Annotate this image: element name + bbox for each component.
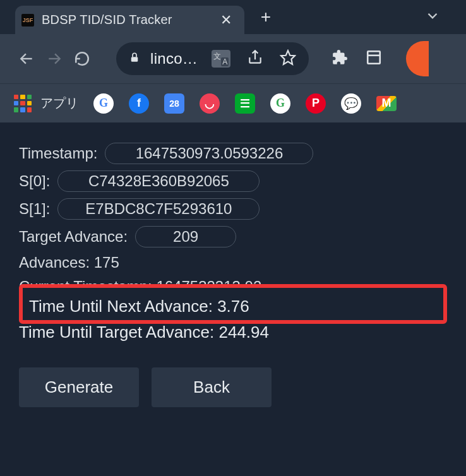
chevron-down-icon[interactable] <box>424 8 441 27</box>
bookmark-gmail-icon[interactable] <box>376 96 397 111</box>
browser-tab[interactable]: JSF BDSP TID/SID Tracker ✕ <box>15 6 244 34</box>
translate-icon[interactable] <box>212 50 230 68</box>
profile-avatar[interactable] <box>406 41 429 76</box>
tab-favicon: JSF <box>21 14 34 27</box>
svg-rect-2 <box>131 57 138 62</box>
highlight-annotation: Time Until Next Advance: 3.76 <box>19 284 447 324</box>
forward-button[interactable] <box>45 50 63 68</box>
s0-label: S[0]: <box>19 172 50 190</box>
bookmark-facebook-icon[interactable]: f <box>129 93 149 114</box>
lock-icon <box>129 51 140 66</box>
extensions-icon[interactable] <box>332 49 348 68</box>
bookmark-google-icon[interactable]: G <box>93 93 114 114</box>
bookmark-google2-icon[interactable]: G <box>270 93 290 114</box>
s0-input[interactable]: C74328E360B92065 <box>57 170 260 192</box>
timestamp-label: Timestamp: <box>19 145 97 162</box>
timestamp-row: Timestamp: 1647530973.0593226 <box>19 143 447 164</box>
target-advance-row: Target Advance: 209 <box>19 226 447 247</box>
advances-readout: Advances: 175 <box>19 254 447 271</box>
url-text: linco… <box>150 50 198 68</box>
tab-bar: JSF BDSP TID/SID Tracker ✕ + <box>0 0 466 34</box>
bookmark-chat-icon[interactable]: 💬 <box>341 93 361 114</box>
tab-title: BDSP TID/SID Tracker <box>42 13 172 27</box>
button-row: Generate Back <box>19 367 447 407</box>
s0-row: S[0]: C74328E360B92065 <box>19 170 447 192</box>
time-until-next-readout: Time Until Next Advance: 3.76 <box>29 297 437 316</box>
star-icon[interactable] <box>280 49 296 68</box>
apps-label[interactable]: アプリ <box>40 95 78 112</box>
s1-label: S[1]: <box>19 200 50 218</box>
reload-button[interactable] <box>73 50 91 68</box>
bookmark-evernote-icon[interactable]: ☰ <box>235 93 255 114</box>
tab-overview-icon[interactable] <box>366 49 382 68</box>
s1-row: S[1]: E7BDC8C7F5293610 <box>19 198 447 220</box>
time-until-target-readout: Time Until Target Advance: 244.94 <box>19 323 447 342</box>
bookmark-bar: アプリ G f 28 ◡ ☰ G P 💬 <box>0 83 466 122</box>
bookmark-pinterest-icon[interactable]: P <box>306 93 326 114</box>
target-advance-input[interactable]: 209 <box>135 226 236 247</box>
page-content: Timestamp: 1647530973.0593226 S[0]: C743… <box>0 122 466 427</box>
svg-marker-4 <box>281 51 295 64</box>
share-icon[interactable] <box>247 49 263 68</box>
close-icon[interactable]: ✕ <box>218 13 234 27</box>
target-advance-label: Target Advance: <box>19 228 128 246</box>
generate-button[interactable]: Generate <box>19 367 139 407</box>
address-bar[interactable]: linco… <box>116 42 309 75</box>
timestamp-input[interactable]: 1647530973.0593226 <box>105 143 313 164</box>
apps-icon[interactable] <box>14 95 32 112</box>
new-tab-button[interactable]: + <box>261 7 271 27</box>
bookmark-pocket-icon[interactable]: ◡ <box>200 93 220 114</box>
back-button-page[interactable]: Back <box>152 367 272 407</box>
back-button[interactable] <box>18 50 35 68</box>
toolbar: linco… <box>0 34 466 83</box>
extension-icons <box>332 41 421 76</box>
bookmark-calendar-icon[interactable]: 28 <box>164 93 184 114</box>
svg-rect-5 <box>367 51 380 64</box>
s1-input[interactable]: E7BDC8C7F5293610 <box>57 198 260 220</box>
